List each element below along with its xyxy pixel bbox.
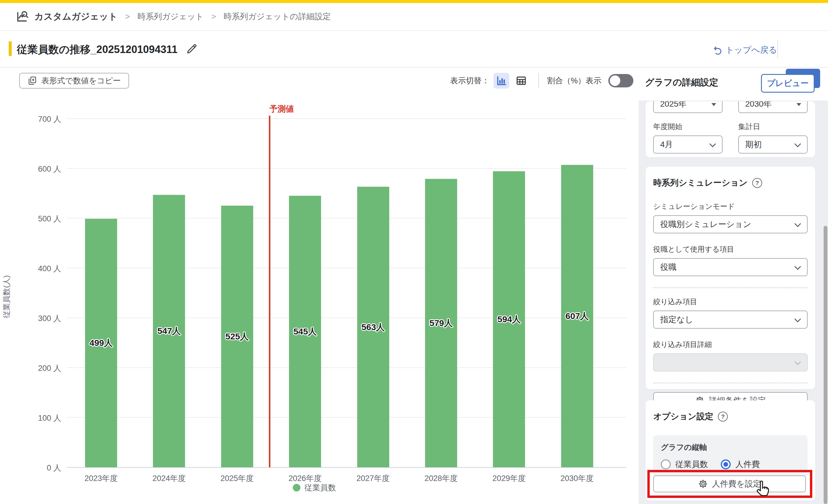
back-to-top-label: トップへ戻る <box>726 44 777 56</box>
chevron-right-icon: > <box>125 12 130 21</box>
title-bar: 従業員数の推移_20251201094311 トップへ戻る 保存 <box>0 31 828 68</box>
bar-value-label: 607人 <box>566 310 589 322</box>
filter-select[interactable]: 指定なし <box>653 310 808 329</box>
period-to-select[interactable]: 2030年 <box>738 101 808 113</box>
filter-detail-field: 絞り込み項目詳細 <box>653 340 808 371</box>
y-tick-label: 700 人 <box>12 114 61 124</box>
help-icon[interactable]: ? <box>718 412 728 422</box>
radio-selected-icon <box>721 459 731 469</box>
breadcrumb-item-gadget[interactable]: 時系列ガジェット <box>137 11 204 22</box>
x-tick-label: 2030年度 <box>561 473 594 484</box>
radio-employees-label: 従業員数 <box>675 459 708 470</box>
chevron-down-icon <box>793 358 802 368</box>
role-field: 役職として使用する項目 役職 <box>653 244 808 276</box>
legend-label: 従業員数 <box>304 482 336 493</box>
app-window: カスタムガジェット > 時系列ガジェット > 時系列ガジェットの詳細設定 従業員… <box>0 0 828 504</box>
bar-value-label: 579人 <box>429 317 453 329</box>
employee-trend-bar-chart: 従業員数(人) 700 人600 人500 人400 人300 人200 人10… <box>0 90 638 504</box>
gridline <box>67 268 626 268</box>
y-tick-label: 200 人 <box>12 363 61 374</box>
view-switch-group: 表示切替： 割合（%）表示 <box>450 73 633 89</box>
copy-plus-icon <box>27 76 37 86</box>
period-settings-card: 2025年 2030年 年度開始 4月 集計日 <box>646 101 815 157</box>
simulation-card: 時系列シミュレーション ? シミュレーションモード 役職別シミュレーション 役職… <box>646 167 815 389</box>
aggregation-date-value: 期初 <box>745 139 761 150</box>
year-start-field: 年度開始 4月 <box>653 122 722 154</box>
chart-view-button[interactable] <box>494 73 509 89</box>
gridline <box>67 318 626 318</box>
year-start-label: 年度開始 <box>653 122 722 131</box>
table-icon <box>515 75 527 87</box>
gridline <box>67 367 626 368</box>
divider <box>777 40 778 58</box>
highlight-red-box: 人件費を設定 <box>647 470 812 498</box>
settings-panel-title: グラフの詳細設定 <box>645 76 718 89</box>
year-start-select[interactable]: 4月 <box>653 135 722 154</box>
breadcrumb-item-root[interactable]: カスタムガジェット <box>34 10 118 23</box>
caret-down-icon <box>796 103 801 106</box>
back-to-top-link[interactable]: トップへ戻る <box>713 44 777 56</box>
set-labor-cost-button[interactable]: 人件費を設定 <box>653 475 806 492</box>
radio-labor-cost-label: 人件費 <box>735 459 760 470</box>
divider <box>538 73 539 89</box>
chevron-down-icon <box>708 140 717 150</box>
period-to-value: 2030年 <box>745 101 772 110</box>
preview-button[interactable]: プレビュー <box>761 74 815 93</box>
radio-option-labor-cost[interactable]: 人件費 <box>721 459 760 470</box>
gridline <box>67 168 626 169</box>
forecast-label: 予測値 <box>270 103 294 115</box>
undo-icon <box>713 45 722 55</box>
y-tick-label: 400 人 <box>12 263 61 274</box>
gridline <box>67 417 626 418</box>
table-view-button[interactable] <box>513 73 529 89</box>
percent-display-label: 割合（%）表示 <box>547 76 601 86</box>
role-field-value: 役職 <box>660 262 676 273</box>
edit-title-button[interactable] <box>185 43 198 55</box>
top-accent-bar <box>0 0 828 3</box>
simulation-mode-field: シミュレーションモード 役職別シミュレーション <box>653 202 808 234</box>
pencil-icon <box>185 43 198 55</box>
legend-dot <box>293 484 300 492</box>
breadcrumb: カスタムガジェット > 時系列ガジェット > 時系列ガジェットの詳細設定 <box>0 3 828 31</box>
forecast-divider-line <box>269 116 271 467</box>
toggle-knob <box>610 76 620 86</box>
aggregation-date-label: 集計日 <box>738 122 808 131</box>
chevron-down-icon <box>793 220 802 229</box>
help-icon[interactable]: ? <box>752 178 762 188</box>
percent-display-toggle[interactable] <box>608 74 633 87</box>
filter-detail-select <box>653 353 808 371</box>
x-tick-label: 2025年度 <box>220 473 254 484</box>
breadcrumb-item-current: 時系列ガジェットの詳細設定 <box>224 11 331 22</box>
radio-option-employees[interactable]: 従業員数 <box>661 459 708 470</box>
y-tick-label: 300 人 <box>12 313 61 324</box>
y-tick-label: 0 人 <box>12 463 61 473</box>
year-start-value: 4月 <box>660 139 673 150</box>
chevron-right-icon: > <box>211 12 216 21</box>
period-from-select[interactable]: 2025年 <box>653 101 722 113</box>
caret-down-icon <box>711 103 716 106</box>
options-section-title: オプション設定 <box>653 411 713 422</box>
role-field-select[interactable]: 役職 <box>653 258 808 276</box>
page-scrollbar[interactable] <box>824 226 827 504</box>
simulation-mode-select[interactable]: 役職別シミュレーション <box>653 215 808 234</box>
chart-axis-label: グラフの縦軸 <box>661 442 800 453</box>
filter-label: 絞り込み項目 <box>653 297 808 306</box>
copy-button-label: 表形式で数値をコピー <box>41 76 121 86</box>
copy-table-values-button[interactable]: 表形式で数値をコピー <box>19 73 129 89</box>
x-axis-baseline <box>67 467 626 468</box>
options-card: オプション設定 ? グラフの縦軸 従業員数 人件費 <box>646 400 815 501</box>
aggregation-date-field: 集計日 期初 <box>738 122 808 154</box>
period-from-value: 2025年 <box>660 101 687 110</box>
chevron-down-icon <box>793 140 802 150</box>
y-tick-label: 500 人 <box>12 214 61 224</box>
chevron-down-icon <box>793 316 802 325</box>
aggregation-date-select[interactable]: 期初 <box>738 135 808 154</box>
bar-value-label: 547人 <box>157 325 181 337</box>
custom-gadget-icon <box>15 10 29 24</box>
bar-value-label: 594人 <box>497 313 521 325</box>
x-tick-label: 2029年度 <box>492 473 526 484</box>
dotted-divider <box>653 382 808 383</box>
bar-value-label: 545人 <box>293 326 317 338</box>
x-tick-label: 2023年度 <box>84 473 118 484</box>
simulation-mode-label: シミュレーションモード <box>653 202 808 211</box>
